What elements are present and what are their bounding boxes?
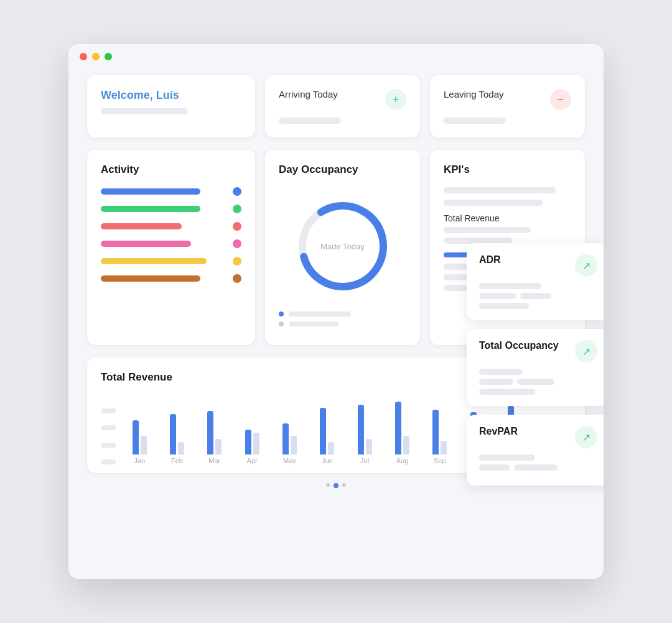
floating-cards-container: ADR ↗ Total Occupancy ↗ bbox=[467, 243, 604, 486]
title-bar bbox=[68, 44, 604, 69]
chart-month-label: Feb bbox=[171, 457, 183, 464]
bar-main bbox=[207, 411, 213, 455]
top-row: Welcome, Luís Arriving Today + Leaving T… bbox=[87, 75, 585, 137]
legend-item-2 bbox=[279, 321, 406, 326]
bar-group bbox=[207, 399, 222, 455]
bar-sub bbox=[441, 441, 447, 455]
activity-row-5 bbox=[101, 257, 241, 265]
chart-y-axis bbox=[101, 408, 116, 464]
page-dot-2-active[interactable] bbox=[334, 483, 338, 488]
total-occupancy-card: Total Occupancy ↗ bbox=[467, 329, 604, 406]
chart-column: Feb bbox=[158, 399, 195, 464]
bar-main bbox=[358, 405, 364, 455]
bar-sub bbox=[291, 436, 297, 455]
chart-column: Jan bbox=[121, 399, 158, 464]
kpi-skeletons bbox=[444, 223, 571, 244]
bar-group bbox=[358, 399, 372, 455]
chart-month-label: Jan bbox=[134, 457, 145, 464]
chart-column: Mar bbox=[196, 399, 233, 464]
activity-bar-pink bbox=[101, 241, 191, 247]
adr-card: ADR ↗ bbox=[467, 243, 604, 320]
bar-sub bbox=[403, 436, 409, 455]
legend-item-1 bbox=[279, 312, 406, 316]
activity-row-2 bbox=[101, 205, 241, 213]
activity-bar-blue bbox=[101, 188, 200, 195]
bar-group bbox=[320, 399, 334, 455]
activity-row-3 bbox=[101, 222, 241, 231]
activity-dot-blue bbox=[233, 187, 241, 196]
activity-card: Activity bbox=[87, 150, 255, 345]
activity-dot-red bbox=[233, 222, 241, 231]
bar-main bbox=[395, 402, 401, 455]
bar-main bbox=[282, 423, 289, 455]
activity-dot-green bbox=[233, 205, 241, 213]
chart-month-label: Apr bbox=[247, 457, 258, 464]
chart-month-label: Jul bbox=[360, 457, 369, 464]
activity-dot-pink bbox=[233, 239, 241, 248]
activity-bar-red bbox=[101, 223, 182, 229]
chart-column: Jul bbox=[346, 399, 383, 464]
chart-month-label: Mar bbox=[208, 457, 220, 464]
page-dot-1[interactable] bbox=[326, 483, 330, 487]
legend-dot-blue bbox=[279, 312, 284, 316]
bar-group bbox=[170, 399, 184, 455]
bar-sub bbox=[328, 442, 334, 455]
bar-sub bbox=[178, 442, 184, 455]
chart-month-label: Aug bbox=[396, 457, 409, 464]
welcome-skeleton bbox=[101, 108, 188, 114]
arriving-skeleton bbox=[279, 118, 341, 124]
revpar-title: RevPAR bbox=[479, 426, 518, 437]
minimize-dot[interactable] bbox=[92, 53, 100, 60]
total-occupancy-arrow-icon[interactable]: ↗ bbox=[575, 340, 597, 362]
total-occupancy-title: Total Occupancy bbox=[479, 340, 559, 351]
arriving-icon[interactable]: + bbox=[385, 89, 406, 110]
legend-text-1 bbox=[289, 312, 351, 316]
bar-sub bbox=[253, 433, 259, 455]
bar-main bbox=[133, 420, 139, 455]
bar-group bbox=[432, 399, 447, 455]
welcome-text: Welcome, Luís bbox=[101, 89, 241, 102]
activity-row-6 bbox=[101, 274, 241, 283]
arriving-title: Arriving Today bbox=[279, 89, 338, 99]
kpi-metric-label: Total Revenue bbox=[444, 213, 571, 223]
app-window: Welcome, Luís Arriving Today + Leaving T… bbox=[68, 44, 604, 579]
bar-sub bbox=[141, 436, 147, 455]
leaving-today-card: Leaving Today − bbox=[430, 75, 585, 137]
chart-column: Aug bbox=[383, 399, 421, 464]
activity-row-1 bbox=[101, 187, 241, 196]
main-content: Welcome, Luís Arriving Today + Leaving T… bbox=[68, 69, 604, 507]
bar-main bbox=[245, 430, 251, 455]
legend-dot-gray bbox=[279, 321, 284, 326]
donut-center-label: Made Today bbox=[320, 242, 365, 251]
activity-bar-yellow bbox=[101, 258, 207, 264]
bar-group bbox=[245, 399, 259, 455]
bar-group bbox=[282, 399, 297, 455]
close-dot[interactable] bbox=[80, 53, 87, 60]
leaving-title: Leaving Today bbox=[444, 89, 503, 99]
revpar-arrow-icon[interactable]: ↗ bbox=[575, 426, 597, 448]
day-occupancy-title: Day Occupancy bbox=[279, 164, 406, 176]
chart-column: Sep bbox=[421, 399, 459, 464]
bar-group bbox=[395, 399, 409, 455]
bar-group bbox=[133, 399, 147, 455]
activity-bar-green bbox=[101, 206, 200, 212]
activity-bar-brown bbox=[101, 275, 200, 282]
activity-dot-yellow bbox=[233, 257, 241, 265]
bar-main bbox=[432, 410, 439, 455]
kpi-skeleton-1 bbox=[444, 187, 556, 193]
chart-column: Jun bbox=[309, 399, 346, 464]
activity-dot-brown bbox=[233, 274, 241, 283]
chart-column: May bbox=[271, 399, 308, 464]
arriving-today-card: Arriving Today + bbox=[265, 75, 420, 137]
adr-title: ADR bbox=[479, 254, 501, 265]
page-dot-3[interactable] bbox=[342, 483, 346, 487]
kpis-title: KPI's bbox=[444, 164, 571, 176]
maximize-dot[interactable] bbox=[105, 53, 112, 60]
activity-title: Activity bbox=[101, 164, 241, 176]
bar-main bbox=[320, 408, 326, 455]
welcome-card: Welcome, Luís bbox=[87, 75, 255, 137]
adr-arrow-icon[interactable]: ↗ bbox=[575, 254, 597, 277]
donut-legend bbox=[279, 312, 406, 331]
leaving-icon[interactable]: − bbox=[550, 89, 571, 110]
chart-month-label: Sep bbox=[434, 457, 446, 464]
